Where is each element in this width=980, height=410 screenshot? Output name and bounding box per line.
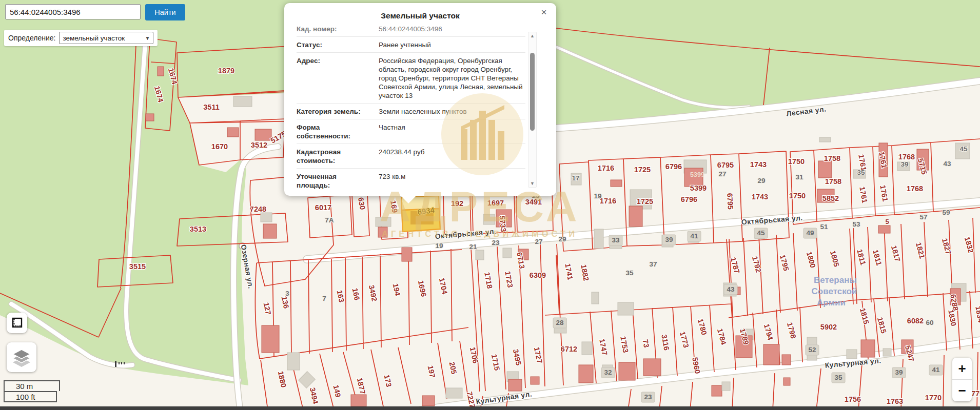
map-label: 6796 xyxy=(665,162,682,171)
map-label: 39 xyxy=(895,368,903,376)
zoom-out-button[interactable]: − xyxy=(952,380,972,401)
map-label: 35 xyxy=(625,269,634,277)
map-label: 1716 xyxy=(598,164,614,172)
map-label: 60 xyxy=(926,319,933,326)
search-input[interactable] xyxy=(5,4,141,19)
map-label: 6795 xyxy=(717,161,734,169)
map-label: 23 xyxy=(644,393,652,401)
scrollbar-thumb[interactable] xyxy=(530,53,535,131)
popup-row-category: Категория земель: Земли населенных пункт… xyxy=(297,104,525,119)
zoom-control: + − xyxy=(952,358,972,401)
map-label: 39 xyxy=(665,236,673,243)
map-label: 3 xyxy=(285,290,289,297)
map-label: 43 xyxy=(727,285,735,293)
scroll-down-icon[interactable]: ▼ xyxy=(528,181,536,186)
map-label: 1750 xyxy=(789,192,806,200)
layers-icon xyxy=(11,346,32,368)
map-label: 29 xyxy=(558,235,566,243)
zoom-in-button[interactable]: + xyxy=(952,358,972,379)
chevron-down-icon: ▼ xyxy=(139,35,150,41)
map-label: 41 xyxy=(932,366,940,374)
parcel-info-popup: Земельный участок × Кад. номер: 56:44:02… xyxy=(284,3,556,196)
map-label: 35 xyxy=(834,374,842,381)
map-label: 17 xyxy=(572,174,579,182)
measure-icon xyxy=(11,317,23,329)
map-label: 45 xyxy=(959,145,968,153)
map-label: 6309 xyxy=(530,271,546,279)
map-label: 6796 xyxy=(681,195,697,203)
popup-rows: Кад. номер: 56:44:0244005:3496 Статус: Р… xyxy=(297,26,525,190)
map-label: 5399 xyxy=(690,184,707,192)
map-label: 6017 xyxy=(315,203,331,212)
search-bar: Найти xyxy=(5,4,185,20)
map-label: 49 xyxy=(806,229,814,237)
map-label: 1768 xyxy=(907,184,923,193)
map-label: 31 xyxy=(795,173,803,181)
map-label: 192 xyxy=(451,199,463,208)
map-label: 1768 xyxy=(898,153,915,161)
map-label: 19 xyxy=(594,192,601,200)
map-label: 43 xyxy=(943,160,951,168)
popup-title: Земельный участок xyxy=(284,11,556,20)
measure-button[interactable] xyxy=(7,313,27,333)
map-label: 3511 xyxy=(203,103,219,111)
map-label: 32 xyxy=(604,368,612,376)
map-label: 23 xyxy=(492,239,500,247)
popup-row-area: Уточненная площадь: 723 кв.м xyxy=(297,169,525,190)
map-label: 1758 xyxy=(824,154,840,162)
map-label: 7248 xyxy=(250,205,266,213)
district-label: Советской xyxy=(812,286,857,296)
map-label: 1670 xyxy=(211,142,228,151)
map-label: 1763 xyxy=(887,397,903,405)
map-label: 1770 xyxy=(925,394,942,402)
map-label: 5 xyxy=(885,218,889,225)
map-label: 3513 xyxy=(190,225,206,233)
map-label: 1697 xyxy=(487,199,504,207)
close-icon[interactable]: × xyxy=(538,6,550,18)
map-label: 7А xyxy=(325,216,334,224)
popup-row-ownership: Форма собственности: Частная xyxy=(297,119,525,144)
map-label: 27 xyxy=(718,170,726,178)
definition-selected-value: земельный участок xyxy=(63,34,125,42)
map-label: 1879 xyxy=(218,67,234,75)
map-label: 33 xyxy=(612,236,620,244)
map-label: 5733 xyxy=(498,215,508,233)
map-label: 7 xyxy=(322,295,326,302)
scale-bar: 30 m 100 ft xyxy=(4,380,60,402)
map-label: 73 xyxy=(641,339,651,348)
map-label: 37 xyxy=(649,260,657,268)
map-label: 6712 xyxy=(561,345,577,353)
map-label: 5852 xyxy=(822,194,839,202)
map-label: 28 xyxy=(556,319,564,326)
map-label: 1743 xyxy=(750,160,767,169)
map-label: 45 xyxy=(757,229,765,237)
cadastral-map-app: { "search": { "value": "56:44:0244005:34… xyxy=(0,0,980,410)
map-label: 51 xyxy=(820,223,828,231)
popup-row-status: Статус: Ранее учтенный xyxy=(297,37,525,53)
map-label: 3515 xyxy=(129,262,146,271)
popup-row-cadnumber: Кад. номер: 56:44:0244005:3496 xyxy=(297,26,525,37)
map-label: 6795 xyxy=(726,193,735,210)
map-label: 1750 xyxy=(788,157,805,166)
map-label: 21 xyxy=(469,243,477,251)
scale-imperial: 100 ft xyxy=(4,391,57,402)
map-label: 35 xyxy=(857,169,865,176)
popup-row-address: Адрес: Российская Федерация, Оренбургска… xyxy=(297,53,525,104)
map-label: 1756 xyxy=(845,395,861,403)
map-label: 53 xyxy=(852,220,860,228)
definition-bar: Определение: земельный участок ▼ xyxy=(4,30,158,46)
definition-select[interactable]: земельный участок ▼ xyxy=(59,32,153,44)
map-label: 52 xyxy=(808,346,816,354)
bottom-attribution-bar xyxy=(0,406,980,410)
map-label: 59 xyxy=(942,209,950,216)
map-label: 6082 xyxy=(907,317,924,325)
map-label: 39 xyxy=(900,160,908,168)
search-button[interactable]: Найти xyxy=(145,4,185,20)
layers-button[interactable] xyxy=(7,342,36,372)
map-label: 1716 xyxy=(600,197,616,205)
map-label: 1725 xyxy=(634,166,651,174)
popup-scrollbar[interactable]: ▲ ▼ xyxy=(528,32,537,188)
map-label: 19 xyxy=(435,242,443,250)
scroll-up-icon[interactable]: ▲ xyxy=(528,33,536,38)
map-label: 1725 xyxy=(637,197,653,206)
